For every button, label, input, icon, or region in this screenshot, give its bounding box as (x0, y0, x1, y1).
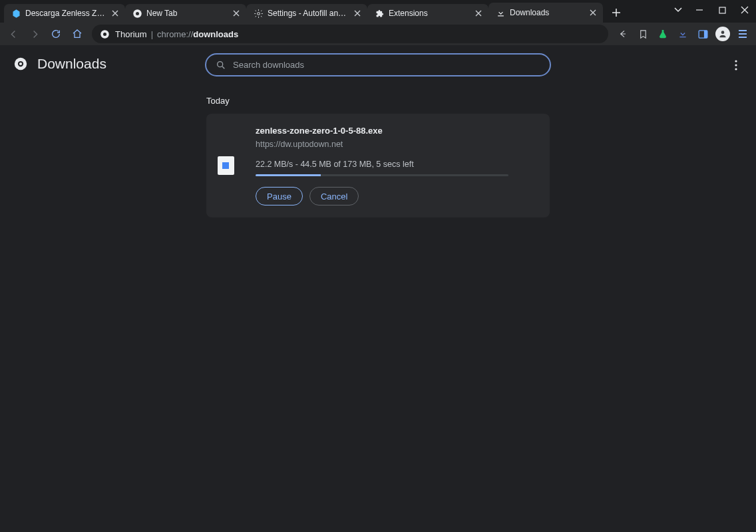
tab-title: Downloads (510, 8, 584, 17)
puzzle-icon (374, 8, 385, 19)
gear-icon (253, 8, 264, 19)
tab-zenless[interactable]: Descarga Zenless Zone Zero 1.0 (4, 4, 125, 23)
maximize-button[interactable] (711, 0, 733, 20)
new-tab-button[interactable] (607, 3, 626, 22)
tab-title: Descarga Zenless Zone Zero 1.0 (25, 9, 106, 18)
tab-title: Settings - Autofill and password (268, 9, 349, 18)
bookmark-button[interactable] (634, 25, 652, 43)
progress-fill (256, 174, 321, 176)
share-button[interactable] (614, 25, 632, 43)
svg-point-8 (721, 31, 725, 34)
minimize-button[interactable] (688, 0, 711, 20)
search-input[interactable] (233, 60, 540, 70)
download-status: 22.2 MB/s - 44.5 MB of 173 MB, 5 secs le… (256, 160, 534, 169)
app-menu-button[interactable] (733, 25, 752, 43)
forward-button[interactable] (25, 25, 44, 43)
tab-settings[interactable]: Settings - Autofill and password (246, 4, 367, 23)
close-icon[interactable] (474, 9, 483, 18)
tab-extensions[interactable]: Extensions (367, 4, 488, 23)
close-icon[interactable] (110, 9, 120, 18)
omnibox-path: chrome://downloads (157, 29, 238, 39)
thorium-logo-icon (13, 57, 28, 71)
download-item: zenless-zone-zero-1-0-5-88.exe https://d… (206, 114, 550, 217)
reload-button[interactable] (47, 25, 65, 43)
tab-title: New Tab (146, 9, 228, 18)
omnibox-separator: | (151, 29, 153, 39)
close-icon[interactable] (232, 9, 241, 18)
page-title: Downloads (37, 56, 106, 72)
tab-downloads[interactable]: Downloads (488, 3, 603, 23)
svg-rect-3 (719, 7, 725, 13)
omnibox-origin: Thorium (115, 29, 147, 39)
window-controls (668, 0, 756, 20)
close-window-button[interactable] (733, 0, 756, 20)
svg-point-11 (19, 63, 22, 65)
address-bar[interactable]: Thorium | chrome://downloads (92, 25, 608, 43)
download-filename[interactable]: zenless-zone-zero-1-0-5-88.exe (256, 126, 534, 136)
svg-point-13 (735, 60, 737, 62)
home-button[interactable] (68, 25, 87, 43)
toolbar: Thorium | chrome://downloads (0, 23, 756, 45)
download-source[interactable]: https://dw.uptodown.net (256, 140, 534, 149)
file-type-icon (206, 114, 245, 217)
download-icon (495, 7, 506, 18)
download-indicator-icon[interactable] (673, 25, 692, 43)
site-lock-icon[interactable] (100, 29, 110, 39)
search-icon (216, 60, 226, 70)
svg-rect-7 (703, 30, 707, 37)
tab-strip: Descarga Zenless Zone Zero 1.0 New Tab S… (0, 0, 756, 23)
page-menu-button[interactable] (727, 56, 745, 74)
thorium-icon (132, 8, 142, 19)
tab-newtab[interactable]: New Tab (125, 4, 246, 23)
profile-button[interactable] (713, 25, 732, 43)
close-icon[interactable] (353, 9, 362, 18)
svg-point-1 (136, 12, 139, 15)
downloads-page: Downloads Today zenless-zone-zero-1-0-5-… (0, 45, 756, 532)
labs-icon[interactable] (654, 25, 672, 43)
svg-point-2 (257, 12, 260, 15)
tab-search-button[interactable] (668, 0, 688, 20)
side-panel-icon[interactable] (693, 25, 712, 43)
search-box[interactable] (205, 53, 551, 76)
svg-point-12 (218, 61, 223, 66)
svg-point-15 (735, 68, 737, 70)
close-icon[interactable] (588, 8, 598, 17)
svg-point-5 (103, 33, 106, 36)
section-label: Today (206, 96, 756, 106)
back-button[interactable] (4, 25, 23, 43)
game-icon (11, 8, 21, 19)
svg-point-14 (735, 64, 737, 66)
cancel-button[interactable]: Cancel (309, 187, 359, 205)
tab-title: Extensions (389, 9, 470, 18)
pause-button[interactable]: Pause (256, 187, 303, 205)
progress-bar (256, 174, 508, 176)
